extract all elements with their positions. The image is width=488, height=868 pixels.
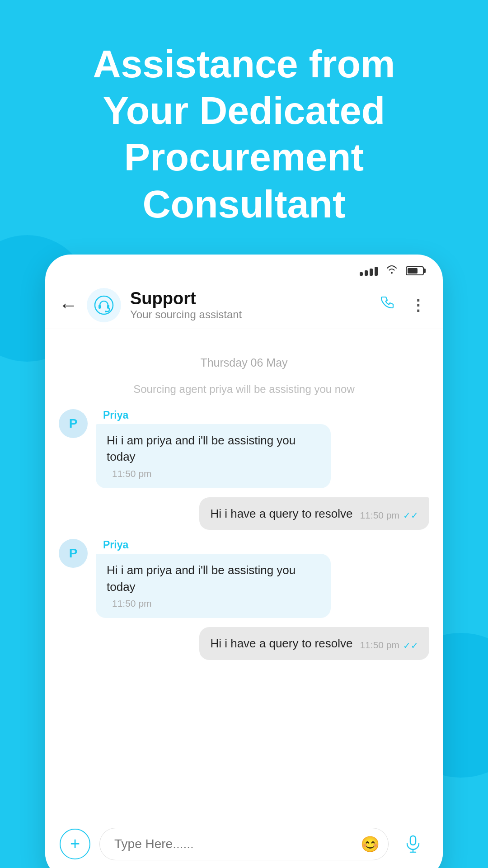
bubble-wrap: Priya Hi i am priya and i'll be assistin… bbox=[96, 539, 331, 618]
header-title: Assistance from Your Dedicated Procureme… bbox=[27, 41, 461, 227]
read-receipt-icon: ✓✓ bbox=[403, 639, 418, 652]
chat-header: ← Support Your sourcing assistant ⋮ bbox=[45, 282, 443, 329]
mic-button[interactable] bbox=[398, 829, 428, 859]
phone-card: ← Support Your sourcing assistant ⋮ bbox=[45, 255, 443, 868]
message-sender: Priya bbox=[96, 539, 331, 551]
chat-body: Thursday 06 May Sourcing agent priya wil… bbox=[45, 329, 443, 817]
back-button[interactable]: ← bbox=[59, 296, 78, 315]
header-section: Assistance from Your Dedicated Procureme… bbox=[0, 0, 488, 255]
chat-info: Support Your sourcing assistant bbox=[130, 289, 380, 321]
avatar: P bbox=[59, 409, 88, 438]
more-options-button[interactable]: ⋮ bbox=[410, 296, 427, 314]
message-sender: Priya bbox=[96, 409, 331, 421]
message-bubble: Hi i have a query to resolve 11:50 pm ✓✓ bbox=[199, 627, 429, 660]
system-message: Sourcing agent priya will be assisting y… bbox=[59, 383, 429, 396]
message-row: Hi i have a query to resolve 11:50 pm ✓✓ bbox=[59, 497, 429, 530]
avatar: P bbox=[59, 539, 88, 568]
bubble-wrap: Hi i have a query to resolve 11:50 pm ✓✓ bbox=[199, 497, 429, 530]
svg-point-3 bbox=[105, 311, 107, 312]
message-input[interactable] bbox=[99, 828, 389, 860]
date-divider: Thursday 06 May bbox=[59, 356, 429, 369]
message-bubble: Hi i am priya and i'll be assisting you … bbox=[96, 424, 331, 488]
svg-rect-2 bbox=[107, 305, 109, 309]
svg-rect-4 bbox=[410, 836, 416, 845]
bubble-wrap: Hi i have a query to resolve 11:50 pm ✓✓ bbox=[199, 627, 429, 660]
message-row: P Priya Hi i am priya and i'll be assist… bbox=[59, 409, 429, 488]
header-line1: Assistance from bbox=[93, 42, 395, 85]
input-wrapper: 😊 bbox=[99, 828, 389, 860]
wifi-icon bbox=[386, 264, 398, 277]
message-bubble: Hi i am priya and i'll be assisting you … bbox=[96, 554, 331, 618]
read-receipt-icon: ✓✓ bbox=[403, 509, 418, 522]
emoji-button[interactable]: 😊 bbox=[361, 835, 380, 853]
add-attachment-button[interactable]: + bbox=[60, 829, 90, 859]
signal-icon bbox=[360, 266, 378, 276]
chat-actions: ⋮ bbox=[380, 295, 427, 315]
svg-point-0 bbox=[95, 296, 113, 314]
message-row: Hi i have a query to resolve 11:50 pm ✓✓ bbox=[59, 627, 429, 660]
call-button[interactable] bbox=[380, 295, 396, 315]
chat-avatar bbox=[87, 288, 121, 322]
status-bar bbox=[45, 255, 443, 282]
chat-name: Support bbox=[130, 289, 380, 308]
header-line3: Procurement Consultant bbox=[124, 135, 364, 225]
chat-input-bar: + 😊 bbox=[45, 817, 443, 868]
message-bubble: Hi i have a query to resolve 11:50 pm ✓✓ bbox=[199, 497, 429, 530]
svg-rect-1 bbox=[99, 305, 101, 309]
battery-icon bbox=[406, 266, 424, 275]
header-line2: Your Dedicated bbox=[103, 89, 385, 132]
bubble-wrap: Priya Hi i am priya and i'll be assistin… bbox=[96, 409, 331, 488]
message-row: P Priya Hi i am priya and i'll be assist… bbox=[59, 539, 429, 618]
support-icon bbox=[94, 295, 114, 316]
chat-subtitle: Your sourcing assistant bbox=[130, 308, 380, 321]
